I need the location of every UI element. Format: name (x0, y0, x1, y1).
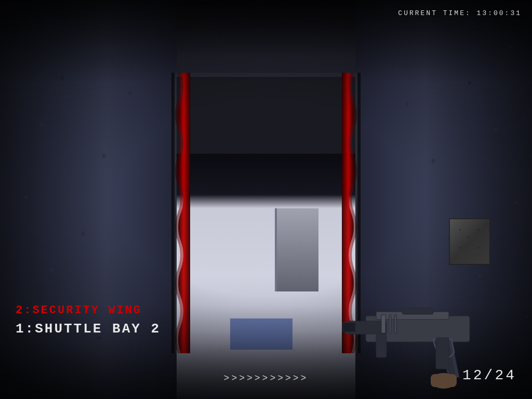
svg-rect-4 (342, 323, 355, 332)
svg-rect-7 (436, 338, 449, 369)
svg-rect-6 (402, 308, 433, 314)
location-line1: 2:SECURITY WING (16, 304, 161, 317)
game-viewport: CURRENT TIME: 13:00:31 2:SECURITY WING 1… (0, 0, 532, 399)
hud-counter: 12/24 (462, 367, 516, 383)
svg-rect-8 (381, 315, 385, 333)
hud-location-display: 2:SECURITY WING 1:SHUTTLE BAY 2 (16, 304, 161, 337)
svg-rect-9 (389, 315, 391, 333)
location-line2: 1:SHUTTLE BAY 2 (16, 321, 161, 337)
hud-time-text: CURRENT TIME: 13:00:31 (398, 9, 522, 17)
hud-navigation-arrows: >>>>>>>>>>> (224, 373, 309, 383)
svg-rect-13 (431, 374, 457, 387)
hud-time-display: CURRENT TIME: 13:00:31 (398, 9, 522, 17)
svg-rect-11 (376, 334, 387, 357)
svg-rect-10 (394, 315, 396, 333)
